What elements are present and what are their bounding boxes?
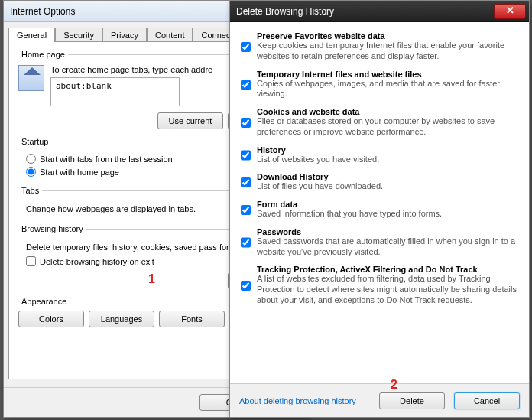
colors-button[interactable]: Colors (18, 311, 84, 327)
history-option-check-5[interactable] (241, 200, 251, 220)
browsing-history-legend: Browsing history (18, 224, 86, 233)
homepage-input[interactable] (50, 77, 180, 106)
history-option-desc: Keep cookies and temporary Internet file… (257, 41, 518, 62)
history-option-check-3[interactable] (241, 146, 251, 165)
history-option-6: PasswordsSaved passwords that are automa… (241, 227, 518, 258)
history-option-1: Temporary Internet files and website fil… (241, 70, 518, 100)
history-option-desc: Files or databases stored on your comput… (257, 116, 518, 138)
use-current-button[interactable]: Use current (157, 112, 223, 129)
tab-general[interactable]: General (8, 28, 55, 42)
about-deleting-link[interactable]: About deleting browsing history (239, 396, 356, 405)
history-option-check-1[interactable] (241, 70, 251, 100)
delete-history-dialog: Delete Browsing History ✕ Preserve Favor… (229, 0, 530, 418)
homepage-legend: Home page (18, 50, 68, 59)
appearance-legend: Appearance (18, 297, 70, 306)
history-option-label: Cookies and website data (257, 107, 359, 116)
delete-history-body: Preserve Favorites website dataKeep cook… (230, 22, 529, 383)
delete-history-footer: About deleting browsing history 2 Delete… (230, 383, 529, 417)
history-option-desc: Copies of webpages, images, and media th… (257, 79, 518, 100)
history-option-check-4[interactable] (241, 173, 251, 192)
history-option-label: Passwords (257, 227, 301, 236)
history-option-check-6[interactable] (241, 228, 251, 258)
history-option-label: Temporary Internet files and website fil… (257, 70, 422, 79)
fonts-button[interactable]: Fonts (159, 311, 225, 327)
history-option-desc: A list of websites excluded from filteri… (257, 274, 518, 305)
history-option-label: History (257, 145, 286, 155)
delete-history-title: Delete Browsing History (236, 6, 334, 17)
annotation-1: 1 (148, 272, 155, 286)
history-option-check-2[interactable] (241, 108, 251, 138)
history-option-0: Preserve Favorites website dataKeep cook… (241, 31, 518, 62)
history-option-3: HistoryList of websites you have visited… (241, 145, 518, 165)
history-option-desc: List of files you have downloaded. (257, 181, 518, 192)
close-icon[interactable]: ✕ (494, 4, 526, 19)
tab-security[interactable]: Security (55, 28, 102, 42)
history-option-5: Form dataSaved information that you have… (241, 200, 518, 220)
history-option-4: Download HistoryList of files you have d… (241, 172, 518, 192)
delete-history-titlebar: Delete Browsing History ✕ (230, 1, 529, 22)
history-option-2: Cookies and website dataFiles or databas… (241, 107, 518, 138)
tab-content[interactable]: Content (147, 28, 193, 42)
history-option-label: Tracking Protection, ActiveX Filtering a… (257, 265, 478, 274)
startup-legend: Startup (18, 137, 51, 146)
history-option-label: Preserve Favorites website data (257, 31, 385, 41)
internet-options-title: Internet Options (10, 6, 75, 17)
tabs-legend: Tabs (18, 186, 42, 195)
dialog-delete-button[interactable]: Delete (379, 392, 445, 409)
languages-button[interactable]: Languages (89, 311, 154, 327)
dialog-cancel-button[interactable]: Cancel (454, 392, 520, 409)
tab-privacy[interactable]: Privacy (102, 28, 147, 42)
history-option-check-7[interactable] (241, 265, 251, 305)
history-option-7: Tracking Protection, ActiveX Filtering a… (241, 265, 518, 305)
history-option-desc: Saved information that you have typed in… (257, 209, 518, 220)
home-icon (18, 65, 44, 91)
history-option-label: Form data (257, 200, 297, 209)
history-option-check-0[interactable] (241, 32, 251, 62)
annotation-2: 2 (391, 378, 397, 392)
history-option-label: Download History (257, 172, 329, 181)
history-option-desc: Saved passwords that are automatically f… (257, 236, 518, 258)
history-option-desc: List of websites you have visited. (257, 155, 518, 165)
